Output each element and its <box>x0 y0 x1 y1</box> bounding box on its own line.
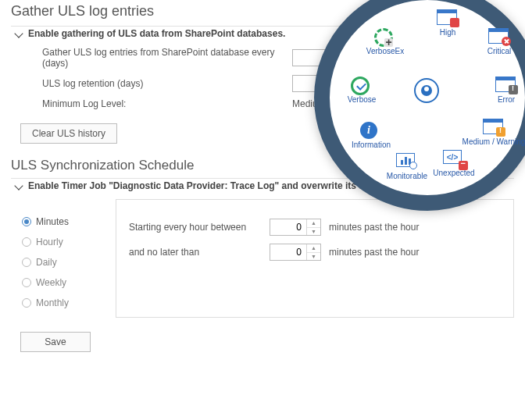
level-medium-warning[interactable]: Medium / Warning <box>461 119 525 146</box>
chevron-down-icon <box>16 183 23 190</box>
step-down-icon[interactable]: ▼ <box>307 253 320 261</box>
radio-monthly[interactable]: Monthly <box>22 297 116 308</box>
radio-minutes[interactable]: Minutes <box>22 216 116 227</box>
level-critical[interactable]: Critical <box>475 28 523 55</box>
level-monitorable[interactable]: Monitorable <box>383 153 431 180</box>
radio-daily[interactable]: Daily <box>22 257 116 268</box>
level-high[interactable]: High <box>423 9 472 37</box>
save-button[interactable]: Save <box>20 332 91 352</box>
level-label: Error <box>482 95 525 104</box>
radio-icon <box>22 237 31 247</box>
stepper-end-minutes[interactable]: ▲▼ <box>270 244 321 261</box>
log-level-bubble: High Critical VerboseEx Verbose Error i … <box>314 0 525 211</box>
label-min-log-level: Minimum Log Level: <box>42 98 292 109</box>
label-no-later: and no later than <box>129 247 262 258</box>
label-retention-days: ULS log retention (days) <box>42 78 292 89</box>
level-label: Critical <box>475 47 523 55</box>
level-label: High <box>423 28 472 37</box>
level-unexpected[interactable]: </> Unexpected <box>430 150 478 177</box>
radio-hourly[interactable]: Hourly <box>22 237 116 247</box>
radio-label: Hourly <box>36 237 63 247</box>
step-down-icon[interactable]: ▼ <box>307 228 320 236</box>
schedule-panel: Starting every hour between ▲▼ minutes p… <box>116 199 514 318</box>
radio-label: Monthly <box>36 297 69 308</box>
clear-uls-history-button[interactable]: Clear ULS history <box>20 123 117 144</box>
radio-label: Daily <box>36 257 57 268</box>
level-label: Verbose <box>338 95 386 104</box>
level-error[interactable]: Error <box>482 77 525 104</box>
level-label: Monitorable <box>383 172 431 180</box>
input-end-minutes[interactable] <box>270 244 306 260</box>
label-after: minutes past the hour <box>329 247 419 258</box>
radio-label: Weekly <box>36 277 66 288</box>
radio-icon <box>22 298 31 308</box>
level-verbose[interactable]: Verbose <box>338 77 386 104</box>
label-start-between: Starting every hour between <box>129 222 262 233</box>
level-label: Information <box>347 141 395 149</box>
label-gather-days: Gather ULS log entries from SharePoint d… <box>42 47 292 69</box>
radio-icon <box>22 258 31 267</box>
level-information[interactable]: i Information <box>347 122 395 149</box>
radio-label: Minutes <box>36 216 69 227</box>
input-start-minutes[interactable] <box>270 219 306 235</box>
radio-weekly[interactable]: Weekly <box>22 277 116 288</box>
bubble-center-icon <box>414 78 462 103</box>
label-after: minutes past the hour <box>329 222 419 233</box>
stepper-start-minutes[interactable]: ▲▼ <box>270 219 321 236</box>
schedule-frequency-radios: Minutes Hourly Daily Weekly Monthly <box>22 199 116 318</box>
level-label: Medium / Warning <box>461 137 525 146</box>
radio-icon <box>22 217 31 226</box>
chevron-down-icon <box>16 30 23 38</box>
level-label: Unexpected <box>430 169 478 177</box>
radio-icon <box>22 278 31 287</box>
step-up-icon[interactable]: ▲ <box>307 219 320 228</box>
level-verboseex[interactable]: VerboseEx <box>361 28 409 55</box>
step-up-icon[interactable]: ▲ <box>307 244 320 253</box>
toggle-label: Enable gathering of ULS data from ShareP… <box>28 28 285 39</box>
